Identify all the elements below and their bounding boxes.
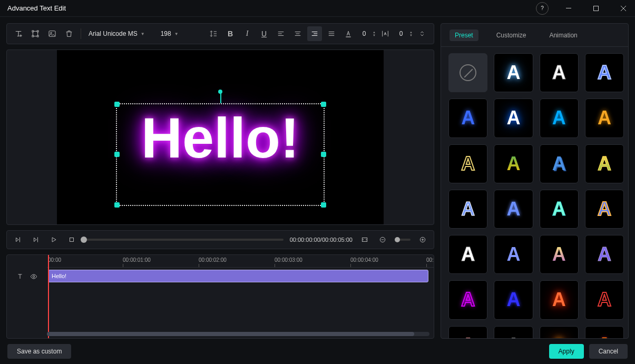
char-spacing-stepper[interactable]: 0 ▲▼: [358, 30, 376, 37]
visibility-icon[interactable]: [30, 273, 37, 280]
preset-tile[interactable]: A: [540, 235, 579, 274]
more-options-icon[interactable]: [415, 26, 429, 41]
none-icon: [460, 64, 476, 81]
time-display: 00:00:00:00/00:00:05:00: [290, 237, 353, 243]
preset-tile[interactable]: A: [494, 326, 533, 339]
preset-tile[interactable]: A: [448, 190, 487, 229]
preset-tile[interactable]: A: [540, 326, 579, 339]
ruler-tick: 00:00:02:00: [199, 257, 227, 263]
new-text-icon[interactable]: [11, 26, 26, 41]
preset-tile[interactable]: A: [448, 99, 487, 137]
tab-preset[interactable]: Preset: [450, 29, 478, 41]
preset-tile[interactable]: A: [494, 280, 533, 319]
svg-point-12: [33, 276, 35, 278]
preview-canvas[interactable]: Hello!: [6, 50, 434, 225]
timeline-scrollbar[interactable]: [47, 332, 429, 336]
selection-box[interactable]: [116, 103, 325, 206]
preset-tile[interactable]: A: [494, 235, 533, 274]
playhead[interactable]: [48, 255, 49, 338]
playback-bar: 00:00:00:00/00:00:05:00: [6, 230, 434, 249]
resize-handle-br[interactable]: [321, 202, 326, 208]
ruler-tick: 00:00: [48, 257, 61, 263]
text-color-icon[interactable]: [341, 26, 356, 41]
ruler-tick: 00:00:05: [426, 257, 434, 263]
transform-icon[interactable]: [28, 26, 43, 41]
stop-button[interactable]: [66, 234, 77, 245]
delete-icon[interactable]: [62, 26, 76, 41]
preset-tile[interactable]: A: [585, 235, 624, 274]
minimize-button[interactable]: [557, 0, 580, 17]
align-right-icon[interactable]: [307, 26, 322, 41]
preset-none[interactable]: [448, 53, 487, 92]
svg-rect-0: [566, 8, 571, 8]
preset-tile[interactable]: A: [585, 144, 624, 183]
bold-icon[interactable]: B: [223, 26, 238, 41]
fit-screen-icon[interactable]: [359, 234, 370, 245]
preset-tile[interactable]: A: [540, 99, 579, 137]
preset-tile[interactable]: A: [494, 53, 533, 92]
resize-handle-tl[interactable]: [114, 102, 120, 107]
resize-handle-bl[interactable]: [114, 202, 120, 208]
preset-tile[interactable]: A: [585, 280, 624, 319]
underline-icon[interactable]: U: [257, 26, 271, 41]
text-track-icon: [16, 273, 24, 280]
align-justify-icon[interactable]: [324, 26, 339, 41]
timeline-track-area[interactable]: 00:00 00:00:01:00 00:00:02:00 00:00:03:0…: [47, 255, 434, 338]
svg-rect-1: [594, 6, 599, 11]
timeline-clip[interactable]: Hello!: [48, 270, 428, 282]
font-size-select[interactable]: 198 ▼: [158, 28, 189, 40]
timeline: 00:00 00:00:01:00 00:00:02:00 00:00:03:0…: [6, 254, 434, 339]
resize-handle-ml[interactable]: [114, 152, 120, 157]
resize-handle-mr[interactable]: [321, 152, 326, 157]
preset-tile[interactable]: A: [540, 144, 579, 183]
text-toolbar: Arial Unicode MS ▼ 198 ▼ B I U: [6, 23, 434, 44]
tab-animation[interactable]: Animation: [544, 29, 582, 41]
ruler-tick: 00:00:03:00: [275, 257, 302, 263]
preset-tile[interactable]: A: [540, 53, 579, 92]
prev-frame-button[interactable]: [12, 234, 24, 245]
svg-point-7: [51, 32, 52, 34]
align-left-icon[interactable]: [273, 26, 288, 41]
seek-thumb[interactable]: [81, 237, 87, 243]
preset-tile[interactable]: A: [540, 280, 579, 319]
preset-tile[interactable]: A: [494, 99, 533, 137]
timeline-ruler[interactable]: 00:00 00:00:01:00 00:00:02:00 00:00:03:0…: [47, 255, 434, 268]
close-button[interactable]: [612, 0, 635, 17]
resize-handle-tr[interactable]: [321, 102, 326, 107]
scrollbar-thumb[interactable]: [47, 332, 414, 336]
zoom-out-icon[interactable]: [377, 234, 388, 245]
image-icon[interactable]: [45, 26, 60, 41]
preset-tile[interactable]: A: [448, 144, 487, 183]
italic-icon[interactable]: I: [240, 26, 255, 41]
help-icon[interactable]: ?: [536, 2, 549, 15]
cancel-button[interactable]: Cancel: [589, 344, 628, 359]
step-back-button[interactable]: [30, 234, 42, 245]
align-center-icon[interactable]: [290, 26, 305, 41]
zoom-in-icon[interactable]: [417, 234, 428, 245]
tab-customize[interactable]: Customize: [491, 29, 532, 41]
window-controls: ?: [536, 0, 635, 17]
save-as-custom-button[interactable]: Save as custom: [7, 344, 71, 359]
letter-spacing-icon[interactable]: [378, 26, 393, 41]
play-button[interactable]: [48, 234, 60, 245]
preset-tile[interactable]: A: [540, 190, 579, 229]
preset-tile[interactable]: A: [448, 280, 487, 319]
preset-tile[interactable]: A: [585, 326, 624, 339]
line-height-icon[interactable]: [206, 26, 221, 41]
zoom-slider[interactable]: [395, 239, 411, 241]
preset-tile[interactable]: A: [494, 190, 533, 229]
line-spacing-stepper[interactable]: 0 ▲▼: [395, 30, 413, 37]
preset-tile[interactable]: A: [448, 235, 487, 274]
preset-tile[interactable]: A: [448, 326, 487, 339]
maximize-button[interactable]: [584, 0, 608, 17]
font-select[interactable]: Arial Unicode MS ▼: [85, 28, 155, 40]
apply-button[interactable]: Apply: [549, 344, 584, 359]
preset-tile[interactable]: A: [585, 190, 624, 229]
preset-tile[interactable]: A: [585, 99, 624, 137]
rotate-handle[interactable]: [218, 90, 222, 94]
chevron-down-icon: ▼: [141, 32, 145, 36]
seek-slider[interactable]: [84, 239, 284, 241]
svg-rect-3: [37, 31, 38, 32]
preset-tile[interactable]: A: [494, 144, 533, 183]
preset-tile[interactable]: A: [585, 53, 624, 92]
